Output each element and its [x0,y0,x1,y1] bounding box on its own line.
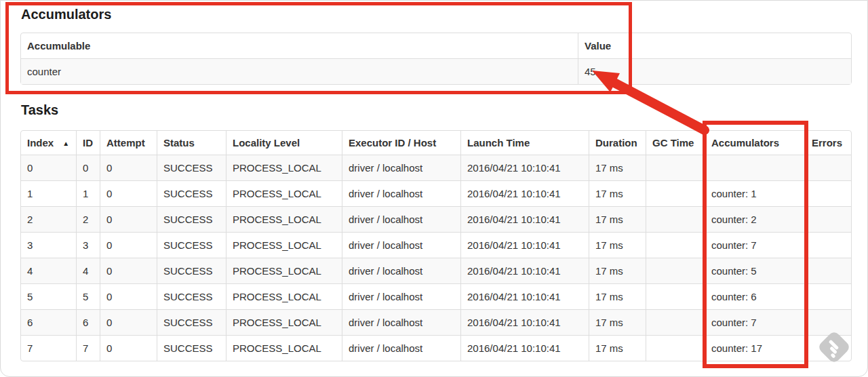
task-row-cell-id: 7 [76,335,100,361]
column-header-value[interactable]: Value [578,33,851,58]
task-row-cell-attempt: 0 [100,335,157,361]
task-row-cell-attempt: 0 [100,309,157,335]
task-row-cell-id: 6 [76,309,100,335]
task-row-cell-duration: 17 ms [589,283,646,309]
column-header-status[interactable]: Status [157,131,226,155]
accumulators-heading: Accumulators [21,7,111,22]
accumulators-header-row: Accumulable Value [21,33,851,58]
tasks-heading: Tasks [21,102,58,117]
task-row-cell-id: 0 [76,155,100,180]
task-row-cell-launch-time: 2016/04/21 10:10:41 [460,309,589,335]
column-header-executor-id-host[interactable]: Executor ID / Host [342,131,460,155]
task-row-cell-index: 2 [21,206,76,232]
task-row-cell-locality-level: PROCESS_LOCAL [226,335,342,361]
task-row-cell-gc-time [646,309,705,335]
task-row-cell-executor-id-host: driver / localhost [342,180,460,206]
task-row-cell-attempt: 0 [100,155,157,180]
task-row-cell-attempt: 0 [100,180,157,206]
task-row-cell-duration: 17 ms [589,309,646,335]
task-row-cell-executor-id-host: driver / localhost [342,206,460,232]
task-row-cell-launch-time: 2016/04/21 10:10:41 [460,155,589,180]
task-row: 110SUCCESSPROCESS_LOCALdriver / localhos… [21,180,851,206]
task-row-cell-duration: 17 ms [589,180,646,206]
task-row-cell-accumulators: counter: 7 [705,232,805,258]
task-row-cell-executor-id-host: driver / localhost [342,335,460,361]
task-row-cell-status: SUCCESS [157,155,226,180]
column-header-index-label: Index [27,137,54,148]
task-row-cell-accumulators: counter: 7 [705,309,805,335]
task-row: 550SUCCESSPROCESS_LOCALdriver / localhos… [21,283,851,309]
column-header-attempt[interactable]: Attempt [100,131,157,155]
task-row-cell-duration: 17 ms [589,258,646,283]
column-header-errors[interactable]: Errors [805,131,851,155]
task-row-cell-duration: 17 ms [589,232,646,258]
task-row-cell-locality-level: PROCESS_LOCAL [226,180,342,206]
task-row-cell-attempt: 0 [100,258,157,283]
task-row-cell-gc-time [646,335,705,361]
task-row-cell-index: 3 [21,232,76,258]
task-row-cell-launch-time: 2016/04/21 10:10:41 [460,258,589,283]
task-row-cell-gc-time [646,258,705,283]
task-row-cell-launch-time: 2016/04/21 10:10:41 [460,206,589,232]
task-row-cell-gc-time [646,206,705,232]
task-row-cell-attempt: 0 [100,283,157,309]
task-row-cell-accumulators [705,155,805,180]
task-row-cell-locality-level: PROCESS_LOCAL [226,155,342,180]
task-row: 770SUCCESSPROCESS_LOCALdriver / localhos… [21,335,851,361]
task-row-cell-id: 5 [76,283,100,309]
task-row-cell-executor-id-host: driver / localhost [342,283,460,309]
task-row-cell-status: SUCCESS [157,258,226,283]
task-row-cell-gc-time [646,232,705,258]
column-header-index[interactable]: Index▲ [21,131,76,155]
spark-stage-details-page: Accumulators Accumulable Value counter45… [0,0,868,377]
task-row-cell-duration: 17 ms [589,155,646,180]
task-row-cell-accumulators: counter: 6 [705,283,805,309]
task-row-cell-gc-time [646,283,705,309]
task-row-cell-status: SUCCESS [157,232,226,258]
tasks-header-row: Index▲ ID Attempt Status Locality Level … [21,131,851,155]
task-row: 660SUCCESSPROCESS_LOCALdriver / localhos… [21,309,851,335]
task-row: 330SUCCESSPROCESS_LOCALdriver / localhos… [21,232,851,258]
accumulable-row: counter45 [21,58,851,84]
task-row-cell-executor-id-host: driver / localhost [342,232,460,258]
task-row-cell-index: 6 [21,309,76,335]
task-row-cell-executor-id-host: driver / localhost [342,155,460,180]
column-header-locality-level[interactable]: Locality Level [226,131,342,155]
column-header-launch-time[interactable]: Launch Time [460,131,589,155]
column-header-duration[interactable]: Duration [589,131,646,155]
task-row-cell-launch-time: 2016/04/21 10:10:41 [460,283,589,309]
task-row-cell-gc-time [646,180,705,206]
task-row-cell-status: SUCCESS [157,180,226,206]
task-row-cell-launch-time: 2016/04/21 10:10:41 [460,335,589,361]
task-row-cell-errors [805,232,851,258]
column-header-id[interactable]: ID [76,131,100,155]
task-row-cell-locality-level: PROCESS_LOCAL [226,206,342,232]
task-row-cell-errors [805,283,851,309]
task-row-cell-errors [805,155,851,180]
task-row-cell-errors [805,258,851,283]
task-row-cell-duration: 17 ms [589,335,646,361]
task-row-cell-index: 0 [21,155,76,180]
task-row-cell-accumulators: counter: 2 [705,206,805,232]
task-row-cell-accumulators: counter: 17 [705,335,805,361]
task-row-cell-index: 1 [21,180,76,206]
task-row-cell-executor-id-host: driver / localhost [342,309,460,335]
task-row: 440SUCCESSPROCESS_LOCALdriver / localhos… [21,258,851,283]
column-header-gc-time[interactable]: GC Time [646,131,705,155]
task-row-cell-accumulators: counter: 1 [705,180,805,206]
task-row-cell-executor-id-host: driver / localhost [342,258,460,283]
task-row-cell-status: SUCCESS [157,309,226,335]
task-row: 000SUCCESSPROCESS_LOCALdriver / localhos… [21,155,851,180]
task-row-cell-errors [805,206,851,232]
task-row-cell-id: 2 [76,206,100,232]
task-row-cell-locality-level: PROCESS_LOCAL [226,283,342,309]
column-header-accumulable[interactable]: Accumulable [21,33,578,58]
task-row-cell-accumulators: counter: 5 [705,258,805,283]
task-row-cell-errors [805,309,851,335]
sort-ascending-icon: ▲ [62,140,69,147]
accumulable-row-cell-accumulable: counter [21,58,578,84]
column-header-accumulators[interactable]: Accumulators [705,131,805,155]
task-row-cell-errors [805,335,851,361]
task-row-cell-id: 1 [76,180,100,206]
task-row-cell-status: SUCCESS [157,283,226,309]
